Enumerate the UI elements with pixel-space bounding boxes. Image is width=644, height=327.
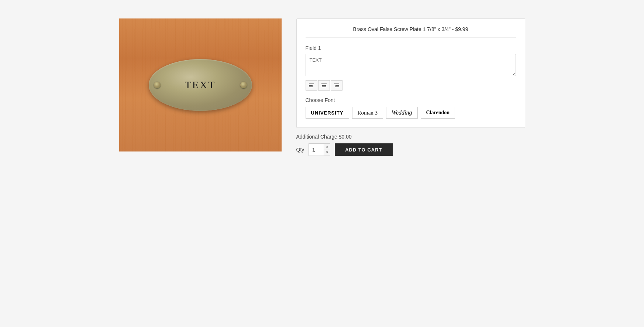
- svg-rect-4: [322, 85, 326, 86]
- config-panel: Brass Oval False Screw Plate 1 7/8" x 3/…: [296, 18, 525, 156]
- align-buttons-group: [306, 80, 516, 91]
- align-center-button[interactable]: [318, 80, 330, 91]
- additional-charge-text: Additional Charge $0.00: [296, 134, 525, 140]
- svg-rect-6: [334, 84, 339, 84]
- qty-label: Qty: [296, 147, 304, 153]
- svg-rect-8: [335, 86, 339, 87]
- qty-spinners: ▲ ▼: [324, 144, 330, 156]
- font-option-wedding[interactable]: Wedding: [386, 107, 417, 119]
- qty-input-wrapper: ▲ ▼: [309, 143, 330, 156]
- add-to-cart-button[interactable]: ADD TO CART: [335, 143, 392, 156]
- align-right-icon: [334, 82, 340, 88]
- font-options-group: UNIVERSITY Roman 3 Wedding Clarendon: [306, 107, 516, 119]
- product-image-section: TEXT: [119, 18, 282, 151]
- qty-decrement-button[interactable]: ▼: [324, 150, 330, 156]
- align-center-icon: [321, 82, 327, 88]
- product-image: TEXT: [119, 18, 282, 151]
- qty-increment-button[interactable]: ▲: [324, 144, 330, 150]
- font-option-clarendon[interactable]: Clarendon: [421, 107, 455, 119]
- plate-preview-text: TEXT: [185, 79, 216, 91]
- svg-rect-7: [335, 85, 339, 86]
- field1-label: Field 1: [306, 45, 516, 51]
- brass-plate: TEXT: [149, 59, 252, 111]
- page-wrapper: TEXT Brass Oval False Screw Plate 1 7/8"…: [0, 7, 644, 163]
- align-left-icon: [309, 82, 314, 88]
- font-option-university[interactable]: UNIVERSITY: [306, 107, 349, 119]
- product-title: Brass Oval False Screw Plate 1 7/8" x 3/…: [306, 26, 516, 38]
- align-right-button[interactable]: [331, 80, 342, 91]
- svg-rect-2: [309, 86, 313, 87]
- svg-rect-0: [309, 84, 314, 84]
- svg-rect-5: [322, 86, 326, 87]
- qty-input[interactable]: [309, 144, 324, 156]
- align-left-button[interactable]: [306, 80, 317, 91]
- choose-font-label: Choose Font: [306, 97, 516, 103]
- config-card: Brass Oval False Screw Plate 1 7/8" x 3/…: [296, 18, 525, 128]
- bottom-area: Additional Charge $0.00 Qty ▲ ▼ ADD TO C…: [296, 134, 525, 156]
- svg-rect-1: [309, 85, 313, 86]
- font-option-roman3[interactable]: Roman 3: [352, 107, 383, 119]
- svg-rect-3: [321, 84, 327, 84]
- qty-cart-row: Qty ▲ ▼ ADD TO CART: [296, 143, 525, 156]
- field1-input[interactable]: [306, 54, 516, 76]
